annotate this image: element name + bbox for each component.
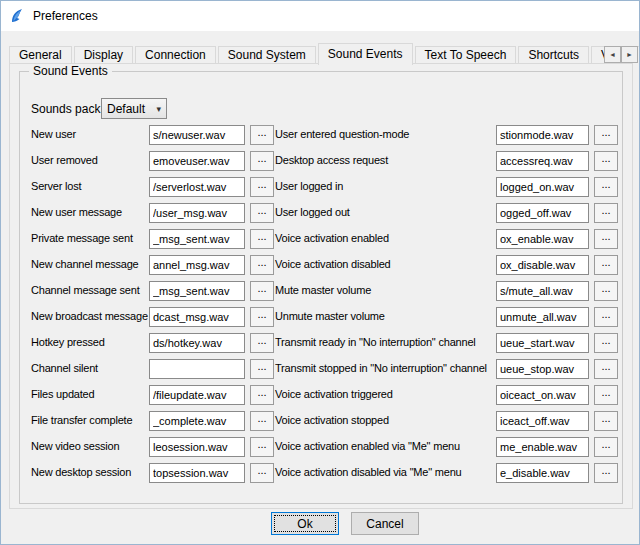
sound-file-input[interactable]	[496, 463, 589, 483]
sound-file-input[interactable]	[496, 255, 589, 275]
event-label: Voice activation enabled	[275, 232, 389, 244]
event-label: Voice activation triggered	[275, 388, 393, 400]
browse-button[interactable]: ...	[250, 437, 274, 457]
tab-general[interactable]: General	[9, 46, 72, 63]
browse-button[interactable]: ...	[250, 177, 274, 197]
browse-button[interactable]: ...	[250, 411, 274, 431]
groupbox-title: Sound Events	[29, 64, 112, 78]
tab-scroll-right-icon[interactable]: ►	[621, 46, 638, 63]
event-label: New broadcast message	[31, 310, 148, 322]
event-label: Files updated	[31, 388, 94, 400]
browse-button[interactable]: ...	[594, 385, 618, 405]
sound-event-row: New channel message ... Voice activation…	[1, 255, 640, 275]
sound-file-input[interactable]	[149, 255, 245, 275]
browse-button[interactable]: ...	[594, 333, 618, 353]
sound-event-row: Server lost ... User logged in ...	[1, 177, 640, 197]
event-label: Channel silent	[31, 362, 98, 374]
sound-file-input[interactable]	[496, 125, 589, 145]
sound-file-input[interactable]	[496, 437, 589, 457]
sound-file-input[interactable]	[149, 151, 245, 171]
tab-connection[interactable]: Connection	[135, 46, 216, 63]
event-label: Channel message sent	[31, 284, 140, 296]
browse-button[interactable]: ...	[250, 333, 274, 353]
browse-button[interactable]: ...	[594, 151, 618, 171]
sound-file-input[interactable]	[149, 385, 245, 405]
sound-event-row: Files updated ... Voice activation trigg…	[1, 385, 640, 405]
event-label: User logged out	[275, 206, 350, 218]
event-label: File transfer complete	[31, 414, 132, 426]
tab-sound-events[interactable]: Sound Events	[318, 43, 413, 65]
sound-file-input[interactable]	[496, 307, 589, 327]
sound-file-input[interactable]	[149, 281, 245, 301]
tab-shortcuts[interactable]: Shortcuts	[518, 46, 589, 63]
browse-button[interactable]: ...	[250, 151, 274, 171]
sound-event-row: New user ... User entered question-mode …	[1, 125, 640, 145]
tab-scroll-left-icon[interactable]: ◄	[604, 46, 621, 63]
browse-button[interactable]: ...	[594, 437, 618, 457]
event-label: New user	[31, 128, 76, 140]
event-label: Hotkey pressed	[31, 336, 105, 348]
browse-button[interactable]: ...	[250, 281, 274, 301]
browse-button[interactable]: ...	[250, 255, 274, 275]
sound-file-input[interactable]	[496, 151, 589, 171]
browse-button[interactable]: ...	[594, 411, 618, 431]
browse-button[interactable]: ...	[250, 229, 274, 249]
sound-file-input[interactable]	[496, 333, 589, 353]
sound-event-row: New desktop session ... Voice activation…	[1, 463, 640, 483]
app-icon	[9, 8, 25, 24]
browse-button[interactable]: ...	[250, 307, 274, 327]
sound-file-input[interactable]	[149, 437, 245, 457]
sound-file-input[interactable]	[149, 177, 245, 197]
event-label: Voice activation disabled	[275, 258, 390, 270]
tab-display[interactable]: Display	[74, 46, 133, 63]
sound-file-input[interactable]	[496, 411, 589, 431]
sounds-pack-select[interactable]: Default ▾	[101, 98, 167, 119]
browse-button[interactable]: ...	[594, 307, 618, 327]
sound-file-input[interactable]	[149, 203, 245, 223]
browse-button[interactable]: ...	[250, 463, 274, 483]
event-label: Private message sent	[31, 232, 133, 244]
sound-event-row: Channel silent ... Transmit stopped in "…	[1, 359, 640, 379]
sound-file-input[interactable]	[496, 229, 589, 249]
sound-file-input[interactable]	[149, 125, 245, 145]
sound-event-row: Channel message sent ... Mute master vol…	[1, 281, 640, 301]
tab-sound-system[interactable]: Sound System	[218, 46, 316, 63]
tab-text-to-speech[interactable]: Text To Speech	[415, 46, 517, 63]
sound-file-input[interactable]	[149, 229, 245, 249]
sound-event-row: New video session ... Voice activation e…	[1, 437, 640, 457]
browse-button[interactable]: ...	[594, 125, 618, 145]
event-label: Voice activation stopped	[275, 414, 389, 426]
sound-event-row: Hotkey pressed ... Transmit ready in "No…	[1, 333, 640, 353]
browse-button[interactable]: ...	[594, 463, 618, 483]
sound-event-row: File transfer complete ... Voice activat…	[1, 411, 640, 431]
sound-file-input[interactable]	[496, 385, 589, 405]
event-label: New video session	[31, 440, 119, 452]
event-label: Desktop access request	[275, 154, 388, 166]
event-label: Transmit stopped in "No interruption" ch…	[275, 362, 487, 374]
preferences-dialog: Preferences General Display Connection S…	[0, 0, 640, 545]
browse-button[interactable]: ...	[594, 255, 618, 275]
sound-file-input[interactable]	[149, 359, 245, 379]
browse-button[interactable]: ...	[250, 125, 274, 145]
event-label: Mute master volume	[275, 284, 371, 296]
sound-file-input[interactable]	[149, 463, 245, 483]
sound-file-input[interactable]	[149, 333, 245, 353]
browse-button[interactable]: ...	[250, 359, 274, 379]
event-label: Voice activation enabled via "Me" menu	[275, 440, 460, 452]
sound-file-input[interactable]	[149, 411, 245, 431]
browse-button[interactable]: ...	[250, 203, 274, 223]
sound-file-input[interactable]	[496, 177, 589, 197]
browse-button[interactable]: ...	[594, 359, 618, 379]
browse-button[interactable]: ...	[594, 177, 618, 197]
sound-file-input[interactable]	[149, 307, 245, 327]
browse-button[interactable]: ...	[594, 281, 618, 301]
cancel-button[interactable]: Cancel	[351, 512, 419, 535]
browse-button[interactable]: ...	[250, 385, 274, 405]
sound-file-input[interactable]	[496, 203, 589, 223]
sound-file-input[interactable]	[496, 281, 589, 301]
sound-event-row: User removed ... Desktop access request …	[1, 151, 640, 171]
ok-button[interactable]: Ok	[271, 512, 339, 535]
browse-button[interactable]: ...	[594, 229, 618, 249]
browse-button[interactable]: ...	[594, 203, 618, 223]
sound-file-input[interactable]	[496, 359, 589, 379]
